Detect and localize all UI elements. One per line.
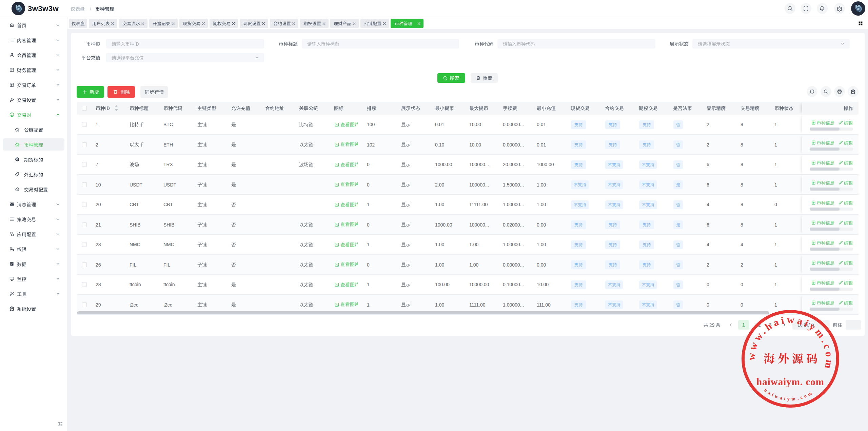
svg-text:haiwaiym. com: haiwaiym. com (756, 376, 824, 387)
svg-text:haiwaiym.com: haiwaiym.com (763, 388, 815, 401)
